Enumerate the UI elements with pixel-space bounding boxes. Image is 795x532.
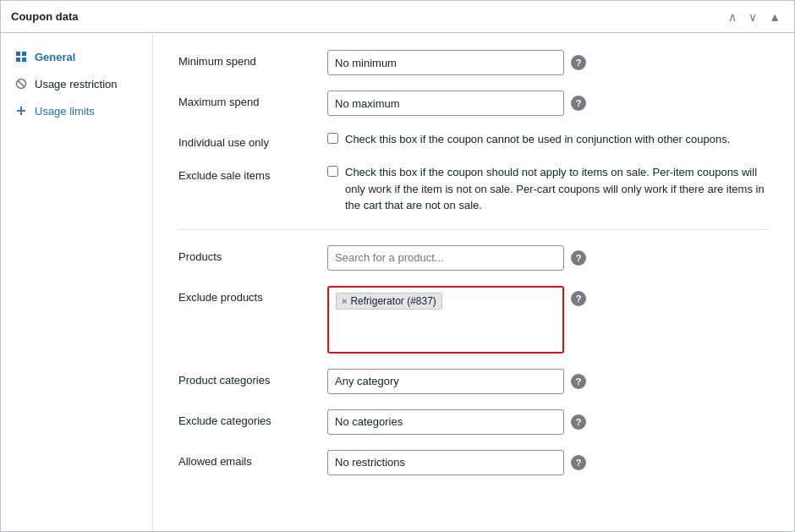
- svg-line-5: [18, 80, 25, 87]
- svg-rect-3: [22, 58, 26, 62]
- plus-icon: [14, 104, 28, 118]
- product-categories-control: ?: [327, 369, 769, 394]
- exclude-products-help-icon[interactable]: ?: [571, 291, 586, 306]
- sidebar-item-usage-limits[interactable]: Usage limits: [1, 97, 152, 124]
- sidebar-item-usage-restriction[interactable]: Usage restriction: [1, 70, 152, 97]
- ban-icon: [14, 77, 28, 90]
- allowed-emails-input[interactable]: [327, 450, 564, 475]
- exclude-products-box[interactable]: × Refrigerator (#837): [327, 286, 564, 354]
- window-title: Coupon data: [11, 10, 78, 23]
- products-label: Products: [178, 245, 314, 263]
- products-search-input[interactable]: [327, 245, 564, 271]
- expand-button[interactable]: ▲: [765, 8, 784, 25]
- maximum-spend-label: Maximum spend: [178, 90, 314, 108]
- exclude-sale-items-label: Exclude sale items: [178, 164, 314, 182]
- exclude-categories-row: Exclude categories ?: [178, 409, 769, 435]
- chevron-up-button[interactable]: ∧: [725, 8, 740, 25]
- chevron-down-button[interactable]: ∨: [745, 8, 760, 25]
- individual-use-row: Individual use only Check this box if th…: [178, 131, 769, 149]
- minimum-spend-control: ?: [327, 50, 769, 75]
- main-content: Minimum spend ? Maximum spend ? Individu…: [153, 33, 794, 531]
- exclude-categories-help-icon[interactable]: ?: [571, 414, 586, 430]
- individual-use-checkbox-row: Check this box if the coupon cannot be u…: [327, 131, 730, 148]
- exclude-products-tag-refrigerator: × Refrigerator (#837): [336, 293, 442, 310]
- individual-use-checkbox[interactable]: [327, 133, 338, 144]
- grid-icon: [14, 50, 28, 63]
- individual-use-label: Individual use only: [178, 131, 314, 149]
- svg-rect-1: [22, 52, 26, 56]
- sidebar-item-general-label: General: [35, 51, 75, 63]
- product-categories-input[interactable]: [327, 369, 564, 394]
- products-control: ?: [327, 245, 769, 271]
- sidebar: General Usage restriction: [1, 33, 153, 531]
- product-categories-label: Product categories: [178, 369, 314, 387]
- minimum-spend-row: Minimum spend ?: [178, 50, 769, 75]
- products-help-icon[interactable]: ?: [571, 250, 586, 266]
- allowed-emails-help-icon[interactable]: ?: [571, 455, 586, 470]
- exclude-sale-items-description: Check this box if the coupon should not …: [345, 164, 769, 214]
- content-area: General Usage restriction: [1, 33, 794, 531]
- products-row: Products ?: [178, 245, 769, 271]
- tag-label-refrigerator: Refrigerator (#837): [350, 295, 436, 307]
- minimum-spend-help-icon[interactable]: ?: [571, 55, 586, 70]
- coupon-data-window: Coupon data ∧ ∨ ▲ General: [0, 0, 795, 532]
- exclude-sale-items-checkbox[interactable]: [327, 166, 338, 177]
- exclude-categories-input[interactable]: [327, 409, 564, 435]
- divider-1: [178, 229, 769, 230]
- sidebar-item-usage-limits-label: Usage limits: [35, 105, 95, 118]
- exclude-categories-control: ?: [327, 409, 769, 435]
- minimum-spend-input[interactable]: [327, 50, 564, 75]
- svg-rect-0: [16, 52, 20, 56]
- maximum-spend-row: Maximum spend ?: [178, 90, 769, 116]
- exclude-sale-items-row: Exclude sale items Check this box if the…: [178, 164, 769, 214]
- exclude-sale-items-control: Check this box if the coupon should not …: [327, 164, 769, 214]
- sidebar-item-general[interactable]: General: [1, 43, 152, 70]
- product-categories-row: Product categories ?: [178, 369, 769, 394]
- svg-rect-2: [16, 58, 20, 62]
- allowed-emails-row: Allowed emails ?: [178, 450, 769, 475]
- title-bar: Coupon data ∧ ∨ ▲: [1, 1, 794, 33]
- maximum-spend-input[interactable]: [327, 90, 564, 116]
- allowed-emails-label: Allowed emails: [178, 450, 314, 468]
- minimum-spend-label: Minimum spend: [178, 50, 314, 68]
- individual-use-description: Check this box if the coupon cannot be u…: [345, 131, 730, 148]
- maximum-spend-control: ?: [327, 90, 769, 116]
- exclude-categories-label: Exclude categories: [178, 409, 314, 427]
- sidebar-item-usage-restriction-label: Usage restriction: [35, 78, 118, 90]
- title-bar-controls: ∧ ∨ ▲: [725, 8, 784, 25]
- product-categories-help-icon[interactable]: ?: [571, 374, 586, 389]
- individual-use-control: Check this box if the coupon cannot be u…: [327, 131, 769, 148]
- exclude-products-control: × Refrigerator (#837) ?: [327, 286, 769, 354]
- allowed-emails-control: ?: [327, 450, 769, 475]
- exclude-products-label: Exclude products: [178, 286, 314, 304]
- maximum-spend-help-icon[interactable]: ?: [571, 96, 586, 111]
- tag-remove-refrigerator[interactable]: ×: [342, 296, 347, 306]
- exclude-products-row: Exclude products × Refrigerator (#837) ?: [178, 286, 769, 354]
- exclude-sale-items-checkbox-row: Check this box if the coupon should not …: [327, 164, 769, 214]
